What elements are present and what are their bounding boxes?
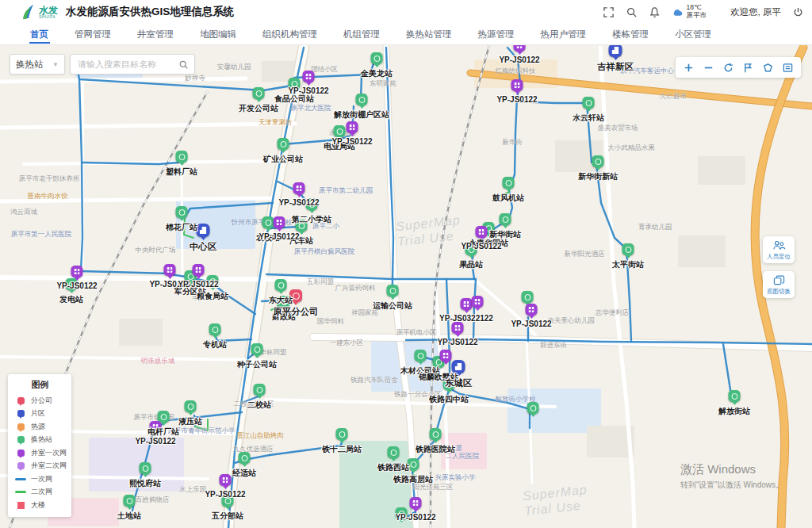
map-search-bar: 换热站 ▼ bbox=[10, 54, 195, 75]
search-input[interactable] bbox=[76, 59, 178, 70]
windows-activation-watermark: 激活 Windows 转到“设置”以激活 Windows。 bbox=[680, 462, 783, 491]
tab-7[interactable]: 热源管理 bbox=[478, 24, 515, 44]
marker-label: 种子公司站 bbox=[237, 359, 277, 370]
station-pin[interactable] bbox=[527, 402, 539, 414]
app-header: 水发 SHUIFA 水发能源盾安供热GIS地理信息系统 1 bbox=[0, 0, 812, 24]
well-pin[interactable] bbox=[461, 298, 473, 310]
map-place-label: 鸿云商城 bbox=[10, 208, 37, 217]
layer-list-button[interactable] bbox=[779, 59, 796, 76]
station-pin[interactable] bbox=[124, 495, 136, 507]
station-pin[interactable] bbox=[185, 400, 197, 412]
marker-label: YP-JS0122 bbox=[499, 55, 539, 64]
well-pin[interactable] bbox=[472, 296, 484, 308]
tab-10[interactable]: 小区管理 bbox=[675, 24, 711, 44]
station-pin[interactable] bbox=[622, 243, 634, 255]
station-pin[interactable] bbox=[503, 177, 515, 189]
logo-text-en: SHUIFA bbox=[39, 15, 58, 19]
station-pin[interactable] bbox=[176, 151, 188, 163]
tab-8[interactable]: 热用户管理 bbox=[541, 24, 587, 44]
well-pin[interactable] bbox=[220, 474, 232, 486]
map-canvas[interactable]: 开发公司站食品公司站金美龙站解放街棚户区站电业局站矿业公司站塑料厂站棉花厂站水云… bbox=[0, 45, 812, 528]
tab-3[interactable]: 地图编辑 bbox=[200, 24, 236, 44]
side-tools: 人员定位 底图切换 bbox=[763, 236, 795, 298]
station-pin[interactable] bbox=[729, 390, 741, 402]
well-pin[interactable] bbox=[164, 264, 176, 276]
station-pin[interactable] bbox=[371, 52, 383, 64]
station-pin[interactable] bbox=[278, 138, 289, 150]
legend-label: 井室一次网 bbox=[31, 448, 67, 458]
station-pin[interactable] bbox=[387, 285, 399, 297]
station-pin[interactable] bbox=[592, 155, 604, 167]
notification-bell-icon[interactable] bbox=[649, 6, 661, 18]
map-place-label: 原平丹棋白癜风医院 bbox=[294, 247, 355, 257]
station-pin[interactable] bbox=[522, 291, 534, 303]
tab-2[interactable]: 井室管理 bbox=[137, 24, 174, 44]
search-category-select[interactable]: 换热站 ▼ bbox=[10, 54, 65, 75]
well-pin[interactable] bbox=[410, 497, 422, 509]
station-pin[interactable] bbox=[262, 216, 274, 228]
tab-9[interactable]: 楼栋管理 bbox=[612, 24, 649, 44]
station-pin[interactable] bbox=[239, 452, 251, 464]
map-place-label: 原平市第一人民医院 bbox=[11, 230, 72, 239]
measure-area-button[interactable] bbox=[760, 59, 776, 76]
measure-distance-button[interactable] bbox=[740, 59, 756, 76]
reset-view-button[interactable] bbox=[720, 59, 737, 76]
well-pin[interactable] bbox=[293, 182, 305, 194]
station-pin[interactable] bbox=[430, 428, 442, 440]
station-pin[interactable] bbox=[140, 462, 151, 474]
station-pin[interactable] bbox=[336, 428, 348, 440]
station-pin[interactable] bbox=[176, 206, 188, 218]
tab-1[interactable]: 管网管理 bbox=[75, 24, 111, 44]
station-pin[interactable] bbox=[253, 87, 265, 99]
basemap-switch-button[interactable]: 底图切换 bbox=[763, 271, 795, 298]
marker-layer: 开发公司站食品公司站金美龙站解放街棚户区站电业局站矿业公司站塑料厂站棉花厂站水云… bbox=[0, 45, 812, 528]
legend-item: 井室一次网 bbox=[15, 446, 71, 460]
well-pin[interactable] bbox=[440, 350, 452, 362]
zoom-out-button[interactable] bbox=[700, 59, 717, 76]
well-pin[interactable] bbox=[274, 216, 285, 228]
tab-0[interactable]: 首页 bbox=[30, 24, 48, 44]
well-pin[interactable] bbox=[303, 71, 315, 82]
map-place-label: 盛美农贸市场 bbox=[598, 124, 638, 133]
well-pin[interactable] bbox=[452, 322, 464, 334]
station-pin[interactable] bbox=[334, 125, 346, 137]
station-pin[interactable] bbox=[209, 323, 221, 335]
well-pin[interactable] bbox=[193, 264, 205, 276]
marker-label: YP-JS0122 bbox=[496, 95, 537, 104]
search-icon[interactable] bbox=[626, 6, 638, 18]
station-pin[interactable] bbox=[500, 213, 511, 225]
station-pin[interactable] bbox=[583, 97, 595, 109]
search-submit-icon[interactable] bbox=[178, 59, 189, 70]
well-pin[interactable] bbox=[476, 226, 488, 238]
tab-4[interactable]: 组织机构管理 bbox=[262, 24, 317, 44]
well-pin[interactable] bbox=[347, 121, 358, 133]
personnel-locate-button[interactable]: 人员定位 bbox=[763, 236, 795, 263]
station-pin[interactable] bbox=[275, 279, 287, 291]
well-pin[interactable] bbox=[514, 45, 526, 52]
map-place-label: 育承幼儿园 bbox=[638, 223, 672, 232]
marker-label: 土地站 bbox=[117, 511, 141, 522]
marker-label: 专机站 bbox=[203, 339, 227, 350]
station-pin[interactable] bbox=[388, 446, 400, 458]
zoom-in-button[interactable] bbox=[680, 59, 697, 76]
weather-cloud-icon bbox=[672, 6, 684, 18]
station-pin[interactable] bbox=[356, 94, 368, 105]
district-pin[interactable] bbox=[609, 45, 622, 57]
logout-power-icon[interactable] bbox=[792, 6, 804, 18]
station-pin[interactable] bbox=[254, 384, 266, 396]
map-place-label: 五彩同盟 bbox=[307, 277, 334, 287]
map-place-label: 红梅纺织科技 bbox=[496, 67, 536, 76]
well-pin[interactable] bbox=[526, 304, 538, 316]
station-pin[interactable] bbox=[251, 343, 263, 355]
fullscreen-icon[interactable] bbox=[603, 6, 615, 18]
tab-5[interactable]: 机组管理 bbox=[343, 24, 380, 44]
marker-label: YP-JS0122 bbox=[259, 232, 299, 241]
marker-label: YP-JS0122 bbox=[205, 490, 245, 499]
marker-label: 棉花厂站 bbox=[166, 222, 197, 233]
tab-6[interactable]: 换热站管理 bbox=[406, 24, 452, 44]
well-pin[interactable] bbox=[71, 266, 83, 277]
station-pin[interactable] bbox=[415, 350, 427, 362]
chevron-down-icon: ▼ bbox=[52, 61, 59, 68]
well-pin[interactable] bbox=[511, 79, 523, 91]
district-pin[interactable] bbox=[197, 224, 210, 237]
